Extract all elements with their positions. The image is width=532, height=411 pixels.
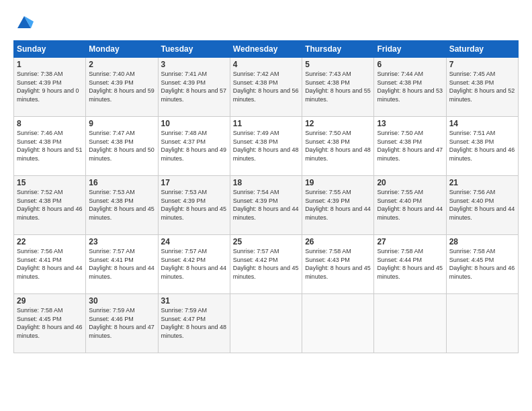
day-info: Sunrise: 7:58 AMSunset: 4:45 PMDaylight:… xyxy=(449,247,515,281)
day-number: 1 xyxy=(17,60,83,69)
day-number: 20 xyxy=(377,178,443,187)
calendar-cell xyxy=(230,294,302,353)
day-number: 12 xyxy=(305,119,371,128)
day-info: Sunrise: 7:56 AMSunset: 4:40 PMDaylight:… xyxy=(449,188,515,222)
day-of-week-thursday: Thursday xyxy=(302,41,374,58)
calendar-cell: 2 Sunrise: 7:40 AMSunset: 4:39 PMDayligh… xyxy=(86,58,158,117)
header xyxy=(13,11,519,35)
day-info: Sunrise: 7:40 AMSunset: 4:39 PMDaylight:… xyxy=(89,70,154,103)
day-of-week-monday: Monday xyxy=(86,41,158,58)
day-info: Sunrise: 7:58 AMSunset: 4:45 PMDaylight:… xyxy=(17,306,83,340)
day-number: 25 xyxy=(233,237,299,246)
day-number: 28 xyxy=(449,237,515,246)
calendar-cell: 22 Sunrise: 7:56 AMSunset: 4:41 PMDaylig… xyxy=(14,235,86,294)
calendar-cell: 14 Sunrise: 7:51 AMSunset: 4:38 PMDaylig… xyxy=(446,117,518,176)
day-info: Sunrise: 7:50 AMSunset: 4:38 PMDaylight:… xyxy=(305,129,371,163)
day-info: Sunrise: 7:55 AMSunset: 4:40 PMDaylight:… xyxy=(377,188,443,222)
day-number: 23 xyxy=(89,237,154,246)
day-info: Sunrise: 7:49 AMSunset: 4:38 PMDaylight:… xyxy=(233,129,299,163)
day-of-week-saturday: Saturday xyxy=(446,41,518,58)
day-number: 10 xyxy=(161,119,227,128)
day-of-week-sunday: Sunday xyxy=(14,41,86,58)
calendar-cell: 12 Sunrise: 7:50 AMSunset: 4:38 PMDaylig… xyxy=(302,117,374,176)
day-info: Sunrise: 7:42 AMSunset: 4:38 PMDaylight:… xyxy=(233,70,299,103)
calendar-cell: 5 Sunrise: 7:43 AMSunset: 4:38 PMDayligh… xyxy=(302,58,374,117)
day-info: Sunrise: 7:58 AMSunset: 4:43 PMDaylight:… xyxy=(305,247,371,281)
day-number: 4 xyxy=(233,60,299,69)
calendar-cell: 8 Sunrise: 7:46 AMSunset: 4:38 PMDayligh… xyxy=(14,117,86,176)
day-number: 17 xyxy=(161,178,227,187)
day-info: Sunrise: 7:46 AMSunset: 4:38 PMDaylight:… xyxy=(17,129,83,163)
logo xyxy=(13,13,34,35)
calendar-cell: 30 Sunrise: 7:59 AMSunset: 4:46 PMDaylig… xyxy=(86,294,158,353)
day-info: Sunrise: 7:57 AMSunset: 4:42 PMDaylight:… xyxy=(161,247,227,281)
calendar-cell: 3 Sunrise: 7:41 AMSunset: 4:39 PMDayligh… xyxy=(158,58,230,117)
day-of-week-tuesday: Tuesday xyxy=(158,41,230,58)
day-of-week-wednesday: Wednesday xyxy=(230,41,302,58)
day-info: Sunrise: 7:57 AMSunset: 4:42 PMDaylight:… xyxy=(233,247,299,281)
day-number: 11 xyxy=(233,119,299,128)
day-number: 5 xyxy=(305,60,371,69)
day-info: Sunrise: 7:50 AMSunset: 4:38 PMDaylight:… xyxy=(377,129,443,163)
day-info: Sunrise: 7:44 AMSunset: 4:38 PMDaylight:… xyxy=(377,70,443,103)
calendar-cell xyxy=(374,294,446,353)
calendar-cell: 19 Sunrise: 7:55 AMSunset: 4:39 PMDaylig… xyxy=(302,176,374,235)
day-number: 31 xyxy=(161,296,227,306)
day-number: 13 xyxy=(377,119,443,128)
calendar-cell: 27 Sunrise: 7:58 AMSunset: 4:44 PMDaylig… xyxy=(374,235,446,294)
calendar-cell: 25 Sunrise: 7:57 AMSunset: 4:42 PMDaylig… xyxy=(230,235,302,294)
day-info: Sunrise: 7:59 AMSunset: 4:46 PMDaylight:… xyxy=(89,306,154,340)
day-info: Sunrise: 7:56 AMSunset: 4:41 PMDaylight:… xyxy=(17,247,83,281)
day-number: 18 xyxy=(233,178,299,187)
day-number: 19 xyxy=(305,178,371,187)
calendar-cell: 31 Sunrise: 7:59 AMSunset: 4:47 PMDaylig… xyxy=(158,294,230,353)
calendar-table: SundayMondayTuesdayWednesdayThursdayFrid… xyxy=(13,40,519,353)
calendar-cell: 7 Sunrise: 7:45 AMSunset: 4:38 PMDayligh… xyxy=(446,58,518,117)
day-info: Sunrise: 7:59 AMSunset: 4:47 PMDaylight:… xyxy=(161,306,227,340)
day-info: Sunrise: 7:58 AMSunset: 4:44 PMDaylight:… xyxy=(377,247,443,281)
day-info: Sunrise: 7:45 AMSunset: 4:38 PMDaylight:… xyxy=(449,70,515,103)
day-info: Sunrise: 7:43 AMSunset: 4:38 PMDaylight:… xyxy=(305,70,371,103)
calendar-cell: 1 Sunrise: 7:38 AMSunset: 4:39 PMDayligh… xyxy=(14,58,86,117)
calendar-cell: 29 Sunrise: 7:58 AMSunset: 4:45 PMDaylig… xyxy=(14,294,86,353)
day-of-week-friday: Friday xyxy=(374,41,446,58)
day-info: Sunrise: 7:57 AMSunset: 4:41 PMDaylight:… xyxy=(89,247,154,281)
calendar-cell: 28 Sunrise: 7:58 AMSunset: 4:45 PMDaylig… xyxy=(446,235,518,294)
day-info: Sunrise: 7:53 AMSunset: 4:38 PMDaylight:… xyxy=(89,188,154,222)
calendar-cell: 18 Sunrise: 7:54 AMSunset: 4:39 PMDaylig… xyxy=(230,176,302,235)
day-number: 6 xyxy=(377,60,443,69)
page: SundayMondayTuesdayWednesdayThursdayFrid… xyxy=(0,0,532,411)
day-info: Sunrise: 7:52 AMSunset: 4:38 PMDaylight:… xyxy=(17,188,83,222)
day-info: Sunrise: 7:51 AMSunset: 4:38 PMDaylight:… xyxy=(449,129,515,163)
day-number: 29 xyxy=(17,296,83,306)
day-number: 30 xyxy=(89,296,154,306)
calendar-cell xyxy=(302,294,374,353)
calendar-cell: 23 Sunrise: 7:57 AMSunset: 4:41 PMDaylig… xyxy=(86,235,158,294)
day-info: Sunrise: 7:53 AMSunset: 4:39 PMDaylight:… xyxy=(161,188,227,222)
day-info: Sunrise: 7:55 AMSunset: 4:39 PMDaylight:… xyxy=(305,188,371,222)
day-info: Sunrise: 7:41 AMSunset: 4:39 PMDaylight:… xyxy=(161,70,227,103)
day-number: 3 xyxy=(161,60,227,69)
calendar-cell: 11 Sunrise: 7:49 AMSunset: 4:38 PMDaylig… xyxy=(230,117,302,176)
day-number: 15 xyxy=(17,178,83,187)
day-number: 26 xyxy=(305,237,371,246)
calendar-cell: 9 Sunrise: 7:47 AMSunset: 4:38 PMDayligh… xyxy=(86,117,158,176)
calendar-cell: 6 Sunrise: 7:44 AMSunset: 4:38 PMDayligh… xyxy=(374,58,446,117)
day-number: 14 xyxy=(449,119,515,128)
day-info: Sunrise: 7:48 AMSunset: 4:37 PMDaylight:… xyxy=(161,129,227,163)
calendar-cell: 21 Sunrise: 7:56 AMSunset: 4:40 PMDaylig… xyxy=(446,176,518,235)
calendar-cell: 4 Sunrise: 7:42 AMSunset: 4:38 PMDayligh… xyxy=(230,58,302,117)
calendar-cell: 15 Sunrise: 7:52 AMSunset: 4:38 PMDaylig… xyxy=(14,176,86,235)
day-number: 7 xyxy=(449,60,515,69)
calendar-cell: 17 Sunrise: 7:53 AMSunset: 4:39 PMDaylig… xyxy=(158,176,230,235)
day-number: 2 xyxy=(89,60,154,69)
calendar-cell: 10 Sunrise: 7:48 AMSunset: 4:37 PMDaylig… xyxy=(158,117,230,176)
calendar-cell: 20 Sunrise: 7:55 AMSunset: 4:40 PMDaylig… xyxy=(374,176,446,235)
day-number: 21 xyxy=(449,178,515,187)
day-number: 9 xyxy=(89,119,154,128)
calendar-cell: 26 Sunrise: 7:58 AMSunset: 4:43 PMDaylig… xyxy=(302,235,374,294)
calendar-cell: 16 Sunrise: 7:53 AMSunset: 4:38 PMDaylig… xyxy=(86,176,158,235)
day-number: 8 xyxy=(17,119,83,128)
day-number: 22 xyxy=(17,237,83,246)
day-number: 24 xyxy=(161,237,227,246)
